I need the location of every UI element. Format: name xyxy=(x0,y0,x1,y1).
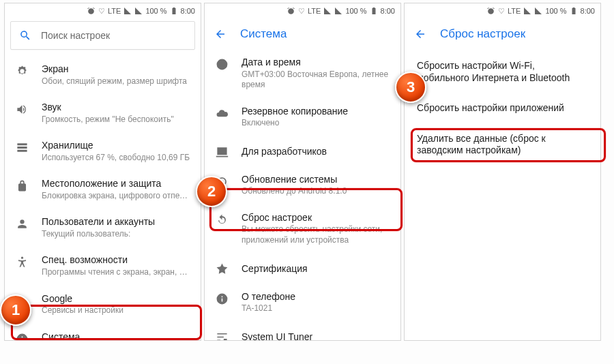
list-item[interactable]: ХранилищеИспользуется 67 %, свободно 10,… xyxy=(5,133,201,171)
list-item[interactable]: Сброс настроекВы можете сбросить настрой… xyxy=(205,205,400,254)
item-title: Хранилище xyxy=(42,140,191,152)
system-screen: ♡ LTE 100 % 8:00 Система Дата и времяGMT… xyxy=(204,3,401,341)
back-icon[interactable] xyxy=(214,28,226,40)
item-title: Для разработчиков xyxy=(242,144,391,158)
volume-icon xyxy=(14,102,29,116)
text-column: Удалить все данные (сброс к заводским на… xyxy=(417,131,588,157)
text-column: ХранилищеИспользуется 67 %, свободно 10,… xyxy=(42,140,191,163)
text-column: Обновление системыОбновлено до Android 8… xyxy=(242,174,391,197)
list-item[interactable]: О телефонеTA-1021 xyxy=(205,284,400,322)
battery-icon xyxy=(170,7,178,15)
list-item[interactable]: Дата и времяGMT+03:00 Восточная Европа, … xyxy=(205,50,400,99)
storage-icon xyxy=(14,140,29,154)
list-item[interactable]: СистемаЯзык, время, резервное копировани… xyxy=(5,324,201,341)
battery-pct: 100 % xyxy=(345,7,366,15)
heart-icon: ♡ xyxy=(98,7,105,16)
update-icon xyxy=(214,174,229,188)
search-placeholder: Поиск настроек xyxy=(41,30,110,41)
page-title: Система xyxy=(240,27,287,41)
item-subtitle: Обновлено до Android 8.1.0 xyxy=(242,186,391,197)
item-title: Обновление системы xyxy=(242,174,391,186)
alarm-icon xyxy=(287,7,295,16)
list-item[interactable]: Резервное копированиеВключено xyxy=(205,99,400,137)
item-subtitle: Вы можете сбросить настройки сети, прило… xyxy=(242,224,391,245)
text-column: Спец. возможностиПрограммы чтения с экра… xyxy=(42,254,191,277)
reset-icon xyxy=(214,212,229,226)
text-column: СистемаЯзык, время, резервное копировани… xyxy=(42,331,191,341)
item-subtitle: TA-1021 xyxy=(242,303,391,314)
list-item[interactable]: System UI Tuner xyxy=(205,322,400,341)
page-title: Сброс настроек xyxy=(440,27,525,41)
text-column: ЭкранОбои, спящий режим, размер шрифта xyxy=(42,63,191,87)
brightness-icon xyxy=(14,63,29,78)
reset-list: Сбросить настройки Wi-Fi, мобильного Инт… xyxy=(405,50,600,165)
status-bar: ♡ LTE 100 % 8:00 xyxy=(205,3,400,18)
text-column: Для разработчиков xyxy=(242,144,391,158)
battery-icon xyxy=(570,7,578,15)
reset-screen: ♡ LTE 100 % 8:00 Сброс настроек Сбросить… xyxy=(404,3,601,341)
list-item[interactable]: Удалить все данные (сброс к заводским на… xyxy=(405,123,600,165)
list-item[interactable]: Местоположение и защитаБлокировка экрана… xyxy=(5,171,201,209)
list-item[interactable]: Для разработчиков xyxy=(205,137,400,167)
list-item[interactable]: Обновление системыОбновлено до Android 8… xyxy=(205,167,400,205)
list-item[interactable]: Сбросить настройки приложений xyxy=(405,92,600,123)
item-title: Сертификация xyxy=(242,261,391,275)
person-icon xyxy=(14,216,29,230)
back-icon[interactable] xyxy=(414,28,426,40)
list-item[interactable]: Сертификация xyxy=(205,254,400,284)
item-subtitle: GMT+03:00 Восточная Европа, летнее время xyxy=(242,70,391,91)
list-item[interactable]: GoogleСервисы и настройки xyxy=(5,286,201,324)
item-title: Сбросить настройки приложений xyxy=(417,100,588,115)
list-item[interactable]: Пользователи и аккаунтыТекущий пользоват… xyxy=(5,209,201,247)
item-subtitle: Блокировка экрана, цифрового отпеча… xyxy=(42,191,191,202)
item-subtitle: Используется 67 %, свободно 10,69 ГБ xyxy=(42,153,191,164)
cert-icon xyxy=(214,261,229,275)
lte-label: LTE xyxy=(108,7,121,15)
text-column: О телефонеTA-1021 xyxy=(242,291,391,314)
text-column: Местоположение и защитаБлокировка экрана… xyxy=(42,178,191,201)
list-item[interactable]: ЭкранОбои, спящий режим, размер шрифта xyxy=(5,57,201,95)
item-title: Дата и время xyxy=(242,57,391,69)
text-column: Сброс настроекВы можете сбросить настрой… xyxy=(242,212,391,246)
item-title: Пользователи и аккаунты xyxy=(42,216,191,228)
item-title: Система xyxy=(42,331,191,341)
alarm-icon xyxy=(87,7,96,16)
google-icon xyxy=(14,293,29,307)
app-bar: Сброс настроек xyxy=(405,18,600,50)
item-title: Сбросить настройки Wi-Fi, мобильного Инт… xyxy=(417,58,588,84)
settings-list: ЭкранОбои, спящий режим, размер шрифтаЗв… xyxy=(5,57,201,341)
signal-icon xyxy=(123,7,132,15)
battery-icon xyxy=(370,7,378,15)
item-title: О телефоне xyxy=(242,291,391,303)
item-title: Звук xyxy=(42,102,191,114)
list-item[interactable]: ЗвукГромкость, режим "Не беспокоить" xyxy=(5,95,201,133)
info-icon xyxy=(14,331,29,341)
signal-icon xyxy=(134,7,143,15)
item-subtitle: Текущий пользователь: xyxy=(42,229,191,240)
item-title: Экран xyxy=(42,63,191,76)
lte-label: LTE xyxy=(508,7,521,15)
list-item[interactable]: Сбросить настройки Wi-Fi, мобильного Инт… xyxy=(405,50,600,92)
clock-time: 8:00 xyxy=(181,7,195,15)
status-bar: ♡ LTE 100 % 8:00 xyxy=(405,3,600,18)
list-item[interactable]: Спец. возможностиПрограммы чтения с экра… xyxy=(5,247,201,286)
search-icon xyxy=(19,29,31,42)
item-title: Местоположение и защита xyxy=(42,178,191,190)
item-title: Google xyxy=(42,293,191,305)
app-bar: Система xyxy=(205,18,400,50)
heart-icon: ♡ xyxy=(498,7,505,16)
battery-pct: 100 % xyxy=(545,7,566,15)
item-title: Удалить все данные (сброс к заводским на… xyxy=(417,131,588,157)
clock-time: 8:00 xyxy=(581,7,595,15)
signal-icon xyxy=(523,7,531,15)
settings-search[interactable]: Поиск настроек xyxy=(10,21,195,50)
status-bar: ♡ LTE 100 % 8:00 xyxy=(5,3,201,18)
item-title: Резервное копирование xyxy=(242,106,391,118)
clock-time: 8:00 xyxy=(381,7,395,15)
signal-icon xyxy=(534,7,542,15)
text-column: Дата и времяGMT+03:00 Восточная Европа, … xyxy=(242,57,391,91)
system-list: Дата и времяGMT+03:00 Восточная Европа, … xyxy=(205,50,400,341)
dev-icon xyxy=(214,144,229,158)
item-subtitle: Программы чтения с экрана, экран, эл… xyxy=(42,267,191,278)
access-icon xyxy=(14,254,29,269)
